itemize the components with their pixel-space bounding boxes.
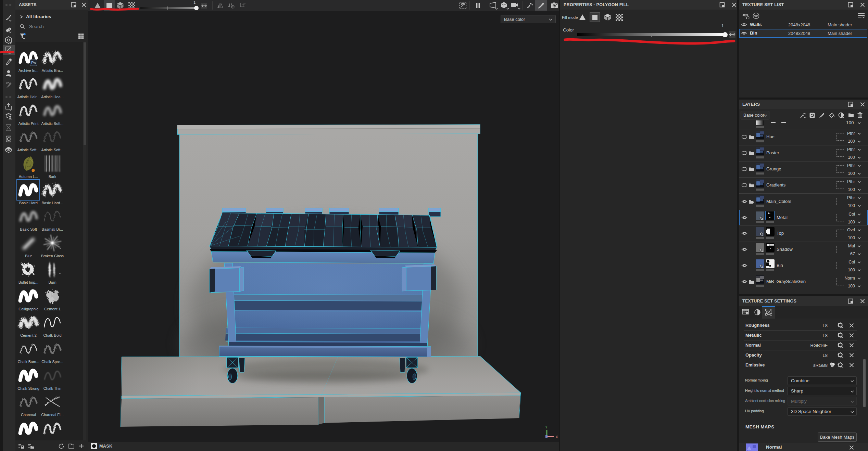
svg-text:X: X	[556, 435, 558, 439]
svg-text:Y: Y	[545, 425, 548, 429]
svg-text:Ps: Ps	[31, 61, 36, 65]
